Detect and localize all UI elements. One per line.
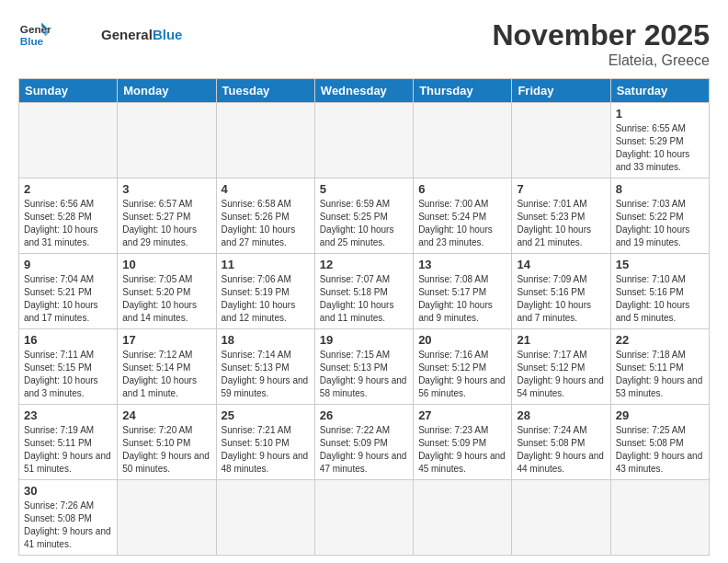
calendar-cell <box>118 103 216 178</box>
day-info: Sunrise: 7:03 AM Sunset: 5:22 PM Dayligh… <box>616 198 704 249</box>
calendar-cell: 3Sunrise: 6:57 AM Sunset: 5:27 PM Daylig… <box>118 178 216 254</box>
day-info: Sunrise: 7:06 AM Sunset: 5:19 PM Dayligh… <box>222 273 310 325</box>
day-number: 25 <box>222 408 310 422</box>
day-number: 26 <box>320 408 408 422</box>
day-info: Sunrise: 7:24 AM Sunset: 5:08 PM Dayligh… <box>517 424 605 476</box>
calendar-cell: 5Sunrise: 6:59 AM Sunset: 5:25 PM Daylig… <box>314 178 413 254</box>
col-saturday: Saturday <box>610 79 709 103</box>
day-number: 21 <box>517 333 605 347</box>
day-info: Sunrise: 7:10 AM Sunset: 5:16 PM Dayligh… <box>616 273 704 325</box>
day-number: 12 <box>320 258 408 271</box>
day-info: Sunrise: 7:12 AM Sunset: 5:14 PM Dayligh… <box>122 349 210 400</box>
calendar-cell: 28Sunrise: 7:24 AM Sunset: 5:08 PM Dayli… <box>512 405 610 480</box>
logo-icon: General Blue <box>18 18 51 52</box>
day-info: Sunrise: 6:56 AM Sunset: 5:28 PM Dayligh… <box>24 198 112 249</box>
calendar-cell: 7Sunrise: 7:01 AM Sunset: 5:23 PM Daylig… <box>512 178 610 254</box>
calendar-cell: 6Sunrise: 7:00 AM Sunset: 5:24 PM Daylig… <box>414 178 512 254</box>
calendar-cell: 30Sunrise: 7:26 AM Sunset: 5:08 PM Dayli… <box>19 480 118 556</box>
day-info: Sunrise: 7:23 AM Sunset: 5:09 PM Dayligh… <box>418 424 506 476</box>
calendar-cell: 1Sunrise: 6:55 AM Sunset: 5:29 PM Daylig… <box>610 103 709 178</box>
day-info: Sunrise: 7:18 AM Sunset: 5:11 PM Dayligh… <box>616 349 704 400</box>
calendar-cell: 20Sunrise: 7:16 AM Sunset: 5:12 PM Dayli… <box>414 329 512 405</box>
day-number: 27 <box>418 408 506 422</box>
calendar-cell: 25Sunrise: 7:21 AM Sunset: 5:10 PM Dayli… <box>216 405 314 480</box>
day-info: Sunrise: 7:25 AM Sunset: 5:08 PM Dayligh… <box>616 424 704 476</box>
day-info: Sunrise: 7:19 AM Sunset: 5:11 PM Dayligh… <box>24 424 112 476</box>
calendar-cell: 14Sunrise: 7:09 AM Sunset: 5:16 PM Dayli… <box>512 254 610 329</box>
day-info: Sunrise: 6:57 AM Sunset: 5:27 PM Dayligh… <box>122 198 210 249</box>
day-info: Sunrise: 7:22 AM Sunset: 5:09 PM Dayligh… <box>320 424 408 476</box>
day-number: 7 <box>517 182 605 196</box>
calendar-cell <box>216 103 314 178</box>
day-info: Sunrise: 7:09 AM Sunset: 5:16 PM Dayligh… <box>517 273 605 325</box>
day-info: Sunrise: 7:17 AM Sunset: 5:12 PM Dayligh… <box>517 349 605 400</box>
calendar-table: Sunday Monday Tuesday Wednesday Thursday… <box>18 78 710 556</box>
day-info: Sunrise: 7:04 AM Sunset: 5:21 PM Dayligh… <box>24 273 112 325</box>
calendar-cell: 17Sunrise: 7:12 AM Sunset: 5:14 PM Dayli… <box>118 329 216 405</box>
calendar-week-1: 2Sunrise: 6:56 AM Sunset: 5:28 PM Daylig… <box>19 178 710 254</box>
calendar-cell <box>414 103 512 178</box>
calendar-cell <box>512 480 610 556</box>
location: Elateia, Greece <box>492 52 710 69</box>
title-block: November 2025 Elateia, Greece <box>492 18 710 69</box>
day-info: Sunrise: 7:00 AM Sunset: 5:24 PM Dayligh… <box>418 198 506 249</box>
calendar-cell: 23Sunrise: 7:19 AM Sunset: 5:11 PM Dayli… <box>19 405 118 480</box>
col-monday: Monday <box>118 79 216 103</box>
calendar-cell: 18Sunrise: 7:14 AM Sunset: 5:13 PM Dayli… <box>216 329 314 405</box>
calendar-week-2: 9Sunrise: 7:04 AM Sunset: 5:21 PM Daylig… <box>19 254 710 329</box>
day-info: Sunrise: 6:58 AM Sunset: 5:26 PM Dayligh… <box>222 198 310 249</box>
col-friday: Friday <box>512 79 610 103</box>
calendar-cell: 13Sunrise: 7:08 AM Sunset: 5:17 PM Dayli… <box>414 254 512 329</box>
day-number: 30 <box>24 484 112 498</box>
calendar-week-3: 16Sunrise: 7:11 AM Sunset: 5:15 PM Dayli… <box>19 329 710 405</box>
calendar-cell: 19Sunrise: 7:15 AM Sunset: 5:13 PM Dayli… <box>314 329 413 405</box>
calendar-cell <box>216 480 314 556</box>
day-number: 10 <box>122 258 210 271</box>
calendar-cell <box>314 103 413 178</box>
calendar-cell <box>610 480 709 556</box>
calendar-cell: 8Sunrise: 7:03 AM Sunset: 5:22 PM Daylig… <box>610 178 709 254</box>
day-number: 29 <box>616 408 704 422</box>
col-wednesday: Wednesday <box>314 79 413 103</box>
logo-blue: Blue <box>153 27 183 42</box>
day-number: 16 <box>24 333 112 347</box>
calendar-cell: 11Sunrise: 7:06 AM Sunset: 5:19 PM Dayli… <box>216 254 314 329</box>
day-number: 28 <box>517 408 605 422</box>
day-info: Sunrise: 6:59 AM Sunset: 5:25 PM Dayligh… <box>320 198 408 249</box>
day-number: 2 <box>24 182 112 196</box>
calendar-week-0: 1Sunrise: 6:55 AM Sunset: 5:29 PM Daylig… <box>19 103 710 178</box>
day-info: Sunrise: 7:21 AM Sunset: 5:10 PM Dayligh… <box>222 424 310 476</box>
day-number: 24 <box>122 408 210 422</box>
calendar-cell: 2Sunrise: 6:56 AM Sunset: 5:28 PM Daylig… <box>19 178 118 254</box>
day-number: 6 <box>418 182 506 196</box>
day-info: Sunrise: 7:08 AM Sunset: 5:17 PM Dayligh… <box>418 273 506 325</box>
calendar-cell: 4Sunrise: 6:58 AM Sunset: 5:26 PM Daylig… <box>216 178 314 254</box>
day-info: Sunrise: 7:11 AM Sunset: 5:15 PM Dayligh… <box>24 349 112 400</box>
day-number: 18 <box>222 333 310 347</box>
day-info: Sunrise: 7:07 AM Sunset: 5:18 PM Dayligh… <box>320 273 408 325</box>
calendar-cell: 26Sunrise: 7:22 AM Sunset: 5:09 PM Dayli… <box>314 405 413 480</box>
col-tuesday: Tuesday <box>216 79 314 103</box>
day-number: 23 <box>24 408 112 422</box>
day-info: Sunrise: 7:16 AM Sunset: 5:12 PM Dayligh… <box>418 349 506 400</box>
calendar-body: 1Sunrise: 6:55 AM Sunset: 5:29 PM Daylig… <box>19 103 710 556</box>
calendar-cell: 21Sunrise: 7:17 AM Sunset: 5:12 PM Dayli… <box>512 329 610 405</box>
calendar-cell: 24Sunrise: 7:20 AM Sunset: 5:10 PM Dayli… <box>118 405 216 480</box>
day-number: 15 <box>616 258 704 271</box>
calendar-cell: 12Sunrise: 7:07 AM Sunset: 5:18 PM Dayli… <box>314 254 413 329</box>
day-number: 13 <box>418 258 506 271</box>
day-info: Sunrise: 7:14 AM Sunset: 5:13 PM Dayligh… <box>222 349 310 400</box>
month-title: November 2025 <box>492 18 710 52</box>
calendar-week-4: 23Sunrise: 7:19 AM Sunset: 5:11 PM Dayli… <box>19 405 710 480</box>
day-number: 4 <box>222 182 310 196</box>
day-info: Sunrise: 7:20 AM Sunset: 5:10 PM Dayligh… <box>122 424 210 476</box>
calendar-cell: 29Sunrise: 7:25 AM Sunset: 5:08 PM Dayli… <box>610 405 709 480</box>
day-info: Sunrise: 7:15 AM Sunset: 5:13 PM Dayligh… <box>320 349 408 400</box>
day-number: 11 <box>222 258 310 271</box>
col-thursday: Thursday <box>414 79 512 103</box>
calendar-week-5: 30Sunrise: 7:26 AM Sunset: 5:08 PM Dayli… <box>19 480 710 556</box>
header-row: Sunday Monday Tuesday Wednesday Thursday… <box>19 79 710 103</box>
page-header: General Blue GeneralBlue November 2025 E… <box>18 18 710 69</box>
calendar-cell <box>314 480 413 556</box>
day-info: Sunrise: 7:05 AM Sunset: 5:20 PM Dayligh… <box>122 273 210 325</box>
